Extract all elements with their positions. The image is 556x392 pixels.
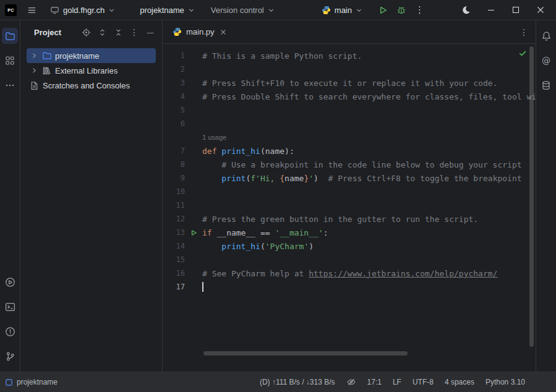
tree-item-scratches-and-consoles[interactable]: Scratches and Consoles <box>27 78 156 93</box>
expand-all-icon <box>98 28 107 37</box>
database-button[interactable] <box>538 77 554 93</box>
code-line-text[interactable]: # Press Shift+F10 to execute it or repla… <box>202 79 497 88</box>
tree-item-projektname[interactable]: projektname <box>27 48 156 63</box>
ai-assistant-icon: @ <box>542 56 550 66</box>
minimize-icon <box>487 6 495 14</box>
project-tool-window-button[interactable] <box>2 28 18 44</box>
code-line-text[interactable]: if __name__ == '__main__': <box>202 228 328 237</box>
crossed-eye-icon[interactable] <box>346 377 356 387</box>
vcs-widget[interactable]: Version control <box>207 2 279 18</box>
line-number: 13 <box>163 228 185 237</box>
maximize-button[interactable] <box>507 2 525 18</box>
chevron-right-icon[interactable] <box>29 52 38 59</box>
code-line-text[interactable]: def print_hi(name): <box>202 147 294 156</box>
project-widget[interactable]: projektname <box>135 2 199 18</box>
usages-inlay-hint[interactable]: 1 usage <box>202 134 226 141</box>
code-line-text[interactable]: print_hi('PyCharm') <box>202 242 314 251</box>
tab-close-icon[interactable] <box>220 29 226 35</box>
indent-widget[interactable]: 4 spaces <box>445 378 474 386</box>
gutter-cell[interactable] <box>185 229 202 236</box>
code-editor[interactable]: 1# This is a sample Python script.23# Pr… <box>163 44 536 372</box>
run-configuration-widget[interactable]: main <box>317 2 367 18</box>
scratch-icon <box>29 81 40 90</box>
inlay-row: 1 usage <box>163 130 536 144</box>
gutter-run-icon[interactable] <box>190 229 197 236</box>
inspections-ok-widget[interactable] <box>518 49 527 58</box>
more-tool-windows-button[interactable] <box>2 77 18 93</box>
structure-tool-window-button[interactable] <box>2 53 18 69</box>
vertical-scrollbar[interactable] <box>529 46 534 347</box>
code-row-4: 4# Press Double Shift to search everywhe… <box>163 90 536 103</box>
bell-icon <box>541 31 552 41</box>
code-row-14: 14 print_hi('PyCharm') <box>163 239 536 253</box>
project-panel-header: Project <box>20 20 162 44</box>
debug-button[interactable] <box>392 2 411 18</box>
code-line-text[interactable]: # This is a sample Python script. <box>202 51 362 61</box>
line-number: 3 <box>163 79 185 87</box>
run-tool-window-button[interactable] <box>2 274 18 290</box>
tree-item-external-libraries[interactable]: External Libraries <box>27 63 156 78</box>
code-row-2: 2 <box>163 62 536 76</box>
network-speed-widget[interactable]: (D) ↑111 B/s / ↓313 B/s <box>260 378 335 386</box>
line-number: 10 <box>163 187 185 196</box>
vcs-widget-label: Version control <box>211 6 264 15</box>
project-tree: projektnameExternal LibrariesScratches a… <box>20 44 162 93</box>
problems-tool-window-button[interactable] <box>2 323 18 339</box>
terminal-icon <box>5 302 15 312</box>
panel-options-button[interactable]: ⋮ <box>127 25 141 39</box>
code-row-17: 17 <box>163 280 536 294</box>
terminal-tool-window-button[interactable] <box>2 299 18 315</box>
checkmark-icon <box>518 49 527 58</box>
notifications-button[interactable] <box>538 28 554 44</box>
editor-options-button[interactable]: ⋮ <box>517 25 531 39</box>
line-number: 6 <box>163 119 185 128</box>
code-line-text[interactable]: print(f'Hi, {name}') # Press Ctrl+F8 to … <box>202 174 522 183</box>
code-line-text[interactable]: # See PyCharm help at https://www.jetbra… <box>202 269 497 278</box>
git-branch-icon <box>5 351 15 362</box>
line-number: 8 <box>163 160 185 169</box>
kebab-icon: ⋮ <box>520 27 528 37</box>
caret-position-widget[interactable]: 17:1 <box>367 378 382 386</box>
main-menu-button[interactable] <box>23 2 41 18</box>
encoding-widget[interactable]: UTF-8 <box>413 378 434 386</box>
folder-icon <box>41 51 52 61</box>
chevron-down-icon <box>356 7 362 14</box>
horizontal-scrollbar[interactable] <box>203 351 408 356</box>
line-number: 16 <box>163 269 185 278</box>
code-row-16: 16# See PyCharm help at https://www.jetb… <box>163 266 536 280</box>
tab-label: main.py <box>186 27 215 36</box>
code-row-10: 10 <box>163 185 536 198</box>
tree-item-label: projektname <box>55 51 100 61</box>
line-separator-widget[interactable]: LF <box>393 378 401 386</box>
remote-host-widget[interactable]: gold.fhgr.ch <box>46 2 119 18</box>
line-number: 1 <box>163 51 185 60</box>
select-opened-file-button[interactable] <box>79 25 93 39</box>
version-control-tool-window-button[interactable] <box>2 348 18 364</box>
code-line-text[interactable]: # Press the green button in the gutter t… <box>202 215 478 224</box>
project-panel: Project <box>20 20 163 372</box>
line-number: 15 <box>163 255 185 264</box>
kebab-icon: ⋮ <box>130 27 139 37</box>
ai-assistant-button[interactable]: @ <box>538 53 554 69</box>
more-actions-button[interactable]: ⋮ <box>411 2 429 18</box>
code-line-text[interactable]: # Press Double Shift to search everywher… <box>202 92 536 101</box>
theme-toggle-button[interactable] <box>457 2 476 18</box>
tab-main-py[interactable]: main.py <box>168 20 231 44</box>
collapse-all-button[interactable] <box>111 25 125 39</box>
line-number: 17 <box>163 283 185 291</box>
minimize-button[interactable] <box>482 2 500 18</box>
code-line-text[interactable]: # Use a breakpoint in the code line belo… <box>202 160 522 169</box>
code-line-text[interactable] <box>202 282 203 292</box>
code-row-8: 8 # Use a breakpoint in the code line be… <box>163 158 536 171</box>
structure-icon <box>5 56 15 66</box>
interpreter-widget[interactable]: Python 3.10 <box>485 378 525 386</box>
project-widget-label: projektname <box>140 6 184 15</box>
close-button[interactable] <box>531 2 550 18</box>
chevron-right-icon[interactable] <box>29 67 38 74</box>
problems-icon <box>5 326 15 337</box>
run-button[interactable] <box>374 2 392 18</box>
hide-panel-button[interactable]: — <box>143 25 157 39</box>
expand-all-button[interactable] <box>95 25 109 39</box>
line-number: 2 <box>163 65 185 74</box>
tree-item-label: External Libraries <box>55 66 118 75</box>
